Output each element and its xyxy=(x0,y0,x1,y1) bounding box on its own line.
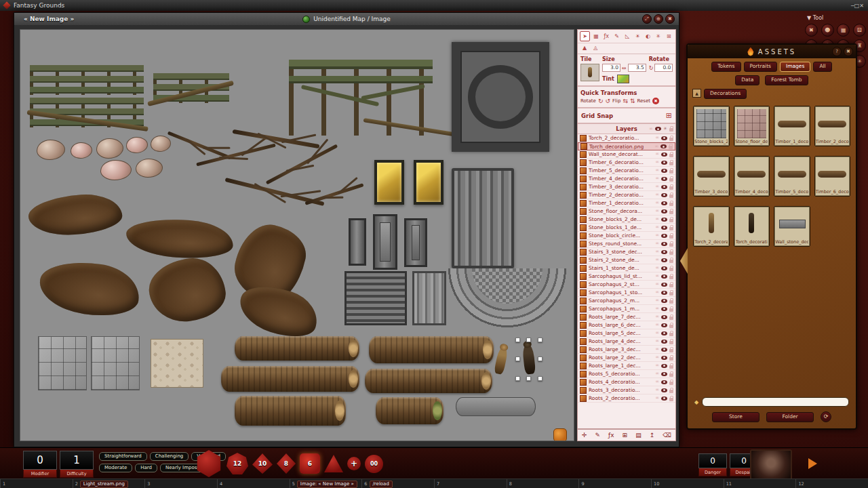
layer-visibility-icon[interactable] xyxy=(661,250,667,254)
layer-visibility-icon[interactable] xyxy=(661,307,667,311)
asset-card[interactable]: Wall_stone_dec xyxy=(774,206,810,247)
layer-link-icon[interactable]: ∞ xyxy=(655,355,659,360)
selection-handles[interactable] xyxy=(515,338,542,381)
move-layer-top-button[interactable]: ↥ xyxy=(650,432,655,439)
layer-link-icon[interactable]: ∞ xyxy=(655,217,659,222)
close-button[interactable]: ✕ xyxy=(859,3,864,9)
add-layer-button[interactable]: ⊞ xyxy=(623,432,628,439)
asset-search-input[interactable] xyxy=(702,397,849,407)
layer-visibility-icon[interactable] xyxy=(661,169,667,173)
layer-effects-button[interactable]: ƒx xyxy=(608,432,614,439)
transform-button[interactable]: ✛ xyxy=(582,432,587,439)
asset-card[interactable]: Timber_4_deco xyxy=(734,156,770,197)
layer-visibility-icon[interactable] xyxy=(661,331,667,336)
draw-tool-icon[interactable]: ✎ xyxy=(612,32,621,41)
difficulty-button[interactable]: Challenging xyxy=(150,452,189,461)
flip-horizontal-icon[interactable]: ⇆ xyxy=(623,98,628,104)
hotkey-slot[interactable]: 5 Image: « New Image » xyxy=(290,479,362,488)
stone-pillar-2[interactable] xyxy=(373,214,397,270)
layer-link-icon[interactable]: ∞ xyxy=(655,241,659,246)
branch-1[interactable] xyxy=(167,131,232,159)
stone-pillar-1[interactable] xyxy=(349,218,366,266)
layer-link-icon[interactable]: ∞ xyxy=(655,396,659,401)
layer-lock-icon[interactable] xyxy=(669,398,673,401)
map-canvas[interactable] xyxy=(20,29,574,441)
timber-structure[interactable] xyxy=(289,60,433,136)
hotkey-slot[interactable]: 2 Light_stream.png xyxy=(73,479,145,488)
hotkey-slot[interactable]: 11 xyxy=(724,479,796,488)
layer-lock-icon[interactable] xyxy=(669,235,673,239)
layer-visibility-icon[interactable] xyxy=(661,226,667,230)
layer-link-icon[interactable]: ∞ xyxy=(655,176,659,181)
layer-link-icon[interactable]: ∞ xyxy=(655,298,659,303)
gold-sarcophagus-2[interactable] xyxy=(414,160,443,205)
layer-visibility-icon[interactable] xyxy=(661,356,667,360)
layer-visibility-icon[interactable] xyxy=(661,291,667,295)
rotate-input[interactable]: 0.0 xyxy=(654,64,673,72)
ribbed-grate-horizontal[interactable] xyxy=(344,271,407,325)
torch-1[interactable] xyxy=(494,346,509,375)
layer-row[interactable]: Sarcophagus_2_m... ∞ xyxy=(578,297,675,305)
layer-lock-icon[interactable] xyxy=(669,211,673,214)
grid-snap-icon[interactable]: ⊞ xyxy=(666,111,672,120)
assets-tab[interactable]: Tokens xyxy=(711,62,741,72)
log-3[interactable] xyxy=(221,366,359,392)
assets-filter-button[interactable]: Data xyxy=(735,75,760,85)
asset-card[interactable]: Torch_decorati xyxy=(734,206,770,247)
layer-lock-icon[interactable] xyxy=(669,260,673,263)
layer-link-icon[interactable]: ∞ xyxy=(655,347,659,352)
layer-lock-icon[interactable] xyxy=(669,365,673,369)
layer-row[interactable]: Roots_large_1_dec... ∞ xyxy=(578,362,675,370)
stone-pillar-3[interactable] xyxy=(404,218,427,267)
layer-row[interactable]: Stairs_2_stone_de... ∞ xyxy=(578,256,675,264)
layer-row[interactable]: Roots_large_2_dec... ∞ xyxy=(578,354,675,362)
tile-stamp-tool-icon[interactable]: ▦ xyxy=(591,32,600,41)
modifier-box[interactable]: 0 Modifier xyxy=(23,451,57,478)
assets-tab[interactable]: Images xyxy=(780,62,810,72)
lock-all-icon[interactable] xyxy=(669,128,673,131)
layer-link-icon[interactable]: ∞ xyxy=(655,282,659,287)
light-tool-icon[interactable]: ☀ xyxy=(633,32,642,41)
layer-visibility-icon[interactable] xyxy=(661,193,667,197)
log-2[interactable] xyxy=(369,336,494,363)
effects-tool-icon[interactable]: ƒx xyxy=(602,32,611,41)
rock-5[interactable] xyxy=(151,136,171,152)
layer-lock-icon[interactable] xyxy=(669,195,673,198)
tool-panel-header[interactable]: ▼ Tool xyxy=(804,15,867,21)
layer-visibility-icon[interactable] xyxy=(661,380,667,384)
layer-row[interactable]: Roots_large_4_dec... ∞ xyxy=(578,338,675,346)
layer-lock-icon[interactable] xyxy=(669,243,673,247)
asset-card[interactable]: Timber_3_deco xyxy=(693,156,730,197)
los-tool-icon[interactable]: ✳ xyxy=(654,32,663,41)
layer-row[interactable]: Stone_blocks_1_de... ∞ xyxy=(578,224,675,232)
layer-visibility-icon[interactable] xyxy=(661,218,667,222)
branch-6[interactable] xyxy=(304,183,363,205)
stone-circle-frame[interactable] xyxy=(452,42,549,152)
layer-visibility-icon[interactable] xyxy=(661,340,667,344)
layer-lock-icon[interactable] xyxy=(669,178,673,182)
asset-card[interactable]: Torch_2_decora xyxy=(693,206,730,247)
layer-row[interactable]: Roots_5_decoratio... ∞ xyxy=(578,370,675,378)
stone-floor-tiles-2[interactable] xyxy=(91,336,140,390)
layer-visibility-icon[interactable] xyxy=(660,144,667,148)
layer-row[interactable]: Timber_5_decoratio... ∞ xyxy=(578,167,675,175)
tile-width-input[interactable]: 3.0 xyxy=(602,64,620,72)
visibility-all-icon[interactable] xyxy=(655,127,661,131)
asset-card[interactable]: Timber_2_deco xyxy=(814,106,851,146)
play-button[interactable] xyxy=(808,458,817,469)
layer-row[interactable]: Roots_2_decoratio... ∞ xyxy=(578,394,675,403)
layer-visibility-icon[interactable] xyxy=(661,177,667,181)
layer-link-icon[interactable]: ∞ xyxy=(655,266,659,270)
layer-visibility-icon[interactable] xyxy=(661,274,667,279)
category-button[interactable]: Decorations xyxy=(704,89,747,99)
layer-visibility-icon[interactable] xyxy=(661,388,667,392)
layer-lock-icon[interactable] xyxy=(669,325,673,328)
layer-link-icon[interactable]: ∞ xyxy=(655,209,659,214)
layer-lock-icon[interactable] xyxy=(669,333,673,336)
asset-card[interactable]: Timber_1_deco xyxy=(774,106,810,146)
layer-visibility-icon[interactable] xyxy=(661,372,667,376)
layer-lock-icon[interactable] xyxy=(669,138,673,141)
layer-link-icon[interactable]: ∞ xyxy=(655,136,659,140)
close-button[interactable]: ✖ xyxy=(665,14,675,24)
rotate-ccw-icon[interactable]: ↺ xyxy=(605,98,610,104)
